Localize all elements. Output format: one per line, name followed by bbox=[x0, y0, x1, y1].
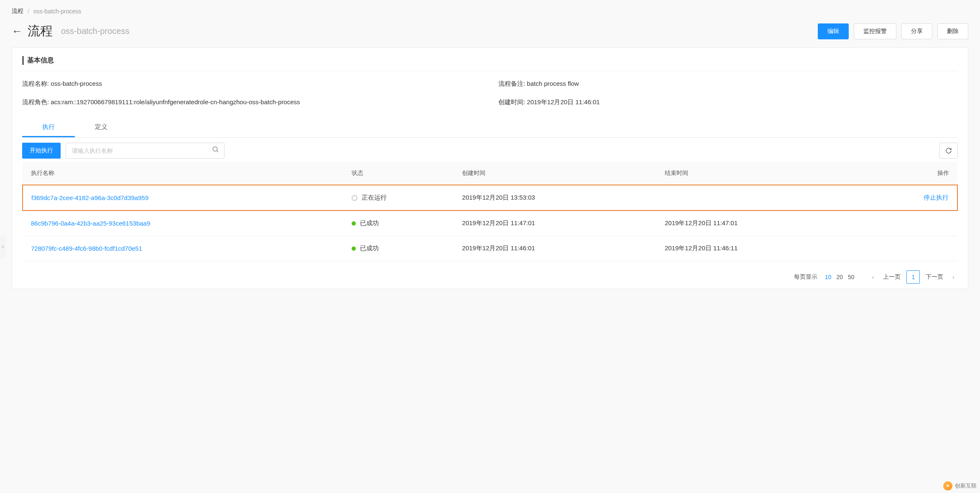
breadcrumb: 流程 / oss-batch-process bbox=[12, 8, 968, 15]
table-row: 86c9b796-0a4a-42b3-aa25-93ce6153baa9已成功2… bbox=[23, 211, 957, 236]
col-status: 状态 bbox=[347, 162, 457, 185]
ended-time bbox=[660, 185, 863, 211]
basic-info-heading: 基本信息 bbox=[22, 56, 958, 65]
page-title: 流程 bbox=[28, 23, 53, 40]
execution-name-link[interactable]: 728079fc-c489-4fc6-98b0-fcdf1cd70e51 bbox=[31, 245, 142, 252]
start-execute-button[interactable]: 开始执行 bbox=[22, 143, 61, 159]
share-button[interactable]: 分享 bbox=[901, 23, 932, 39]
page-size-option[interactable]: 20 bbox=[834, 272, 846, 282]
flow-created-label: 创建时间 bbox=[498, 98, 523, 105]
execution-name-link[interactable]: 86c9b796-0a4a-42b3-aa25-93ce6153baa9 bbox=[31, 220, 150, 227]
svg-line-1 bbox=[217, 151, 218, 152]
breadcrumb-current: oss-batch-process bbox=[33, 8, 81, 15]
page-subtitle: oss-batch-process bbox=[61, 26, 129, 36]
flow-role-value: acs:ram::1927006679819111:role/aliyunfnf… bbox=[51, 98, 300, 105]
flow-remark-label: 流程备注 bbox=[498, 80, 523, 87]
refresh-button[interactable] bbox=[939, 143, 958, 159]
executions-table: 执行名称 状态 创建时间 结束时间 操作 f369dc7a-2cee-4182-… bbox=[22, 162, 958, 261]
prev-page-icon[interactable]: ‹ bbox=[869, 271, 878, 283]
flow-role-label: 流程角色 bbox=[22, 98, 47, 105]
breadcrumb-root[interactable]: 流程 bbox=[12, 8, 23, 15]
flow-created: 创建时间: 2019年12月20日 11:46:01 bbox=[498, 97, 958, 107]
flow-name: 流程名称: oss-batch-process bbox=[22, 79, 482, 89]
next-page-icon[interactable]: › bbox=[949, 271, 958, 283]
flow-remark: 流程备注: batch process flow bbox=[498, 79, 958, 89]
status-dot-icon bbox=[352, 221, 356, 226]
page-size-option[interactable]: 50 bbox=[845, 272, 857, 282]
created-time: 2019年12月20日 11:46:01 bbox=[457, 236, 660, 261]
stop-execution-link[interactable]: 停止执行 bbox=[924, 194, 949, 201]
col-name: 执行名称 bbox=[23, 162, 347, 185]
spinner-icon bbox=[352, 195, 357, 201]
col-created: 创建时间 bbox=[457, 162, 660, 185]
tab-execute[interactable]: 执行 bbox=[22, 118, 75, 137]
next-page-text[interactable]: 下一页 bbox=[926, 273, 943, 281]
status-dot-icon bbox=[352, 246, 356, 251]
created-time: 2019年12月20日 13:53:03 bbox=[457, 185, 660, 211]
flow-name-label: 流程名称 bbox=[22, 80, 47, 87]
delete-button[interactable]: 删除 bbox=[937, 23, 968, 39]
col-action: 操作 bbox=[863, 162, 957, 185]
back-arrow-icon[interactable]: ← bbox=[12, 25, 23, 38]
per-page-label: 每页显示 bbox=[794, 273, 817, 281]
flow-remark-value: batch process flow bbox=[527, 80, 579, 87]
flow-role: 流程角色: acs:ram::1927006679819111:role/ali… bbox=[22, 97, 482, 107]
execution-name-link[interactable]: f369dc7a-2cee-4182-a96a-3c0d7d39a959 bbox=[31, 194, 148, 201]
status-text: 正在运行 bbox=[362, 194, 387, 202]
table-row: f369dc7a-2cee-4182-a96a-3c0d7d39a959正在运行… bbox=[23, 185, 957, 211]
search-icon[interactable] bbox=[212, 146, 219, 156]
prev-page-text[interactable]: 上一页 bbox=[883, 273, 901, 281]
svg-point-0 bbox=[213, 147, 217, 151]
created-time: 2019年12月20日 11:47:01 bbox=[457, 211, 660, 236]
current-page[interactable]: 1 bbox=[906, 270, 920, 284]
breadcrumb-separator: / bbox=[28, 8, 29, 15]
col-ended: 结束时间 bbox=[660, 162, 863, 185]
page-size-option[interactable]: 10 bbox=[822, 272, 834, 282]
flow-name-value: oss-batch-process bbox=[51, 80, 102, 87]
status-text: 已成功 bbox=[360, 219, 379, 227]
status-text: 已成功 bbox=[360, 244, 379, 252]
search-input[interactable] bbox=[66, 143, 225, 159]
monitor-alert-button[interactable]: 监控报警 bbox=[854, 23, 896, 39]
tab-define[interactable]: 定义 bbox=[75, 118, 128, 137]
edit-button[interactable]: 编辑 bbox=[818, 23, 849, 39]
table-row: 728079fc-c489-4fc6-98b0-fcdf1cd70e51已成功2… bbox=[23, 236, 957, 261]
ended-time: 2019年12月20日 11:46:11 bbox=[660, 236, 863, 261]
ended-time: 2019年12月20日 11:47:01 bbox=[660, 211, 863, 236]
flow-created-value: 2019年12月20日 11:46:01 bbox=[527, 98, 600, 105]
divider bbox=[22, 71, 958, 71]
